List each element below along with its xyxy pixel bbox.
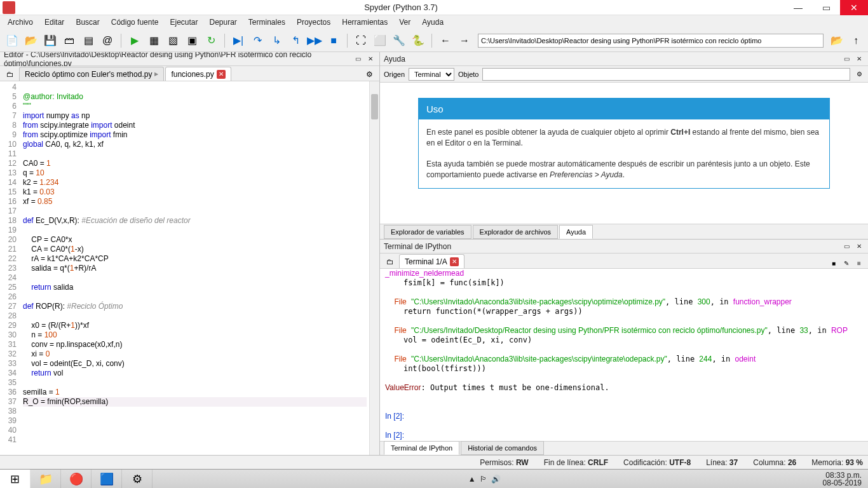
status-memory: Memoria: 93 % [811, 458, 863, 467]
terminal-undock-button[interactable]: ▭ [841, 241, 851, 252]
terminal-tab-close-icon[interactable]: ✕ [450, 257, 459, 266]
stop-debug-button[interactable]: ■ [325, 32, 342, 49]
terminal-stop-icon[interactable]: ■ [829, 258, 839, 268]
object-input[interactable] [482, 68, 850, 81]
window-titlebar: Spyder (Python 3.7) — ▭ ✕ [0, 0, 868, 15]
menu-archivo[interactable]: Archivo [3, 17, 38, 28]
menu-ver[interactable]: Ver [394, 17, 416, 28]
editor-panel-path: Editor - C:\Users\Invitado\Desktop\React… [4, 52, 353, 68]
taskbar-spyder-icon[interactable]: ⚙ [122, 470, 153, 489]
menu-editar[interactable]: Editar [39, 17, 69, 28]
menu-herramientas[interactable]: Herramientas [337, 17, 393, 28]
menu-depurar[interactable]: Depurar [205, 17, 242, 28]
open-file-button[interactable]: 📂 [23, 32, 39, 49]
status-column: Columna: 26 [753, 458, 796, 467]
menu-ayuda[interactable]: Ayuda [417, 17, 449, 28]
continue-button[interactable]: ▶▶ [306, 32, 323, 49]
tray-up-icon[interactable]: ▲ [468, 475, 476, 484]
taskbar-clock[interactable]: 08:33 p.m. 08-05-2019 [817, 471, 868, 487]
help-options-icon[interactable]: ⚙ [854, 69, 864, 79]
run-button[interactable]: ▶ [126, 32, 143, 49]
terminal-clear-icon[interactable]: ✎ [841, 258, 851, 268]
help-card-text-2: Esta ayuda también se puede mostrar auto… [426, 159, 822, 180]
editor-options-icon[interactable]: ⚙ [363, 68, 376, 81]
python-path-button[interactable]: 🐍 [410, 32, 426, 49]
terminal-tab-bar: 🗀 Terminal 1/A ✕ ■ ✎ ≡ [380, 254, 868, 269]
new-file-button[interactable]: 📄 [4, 32, 20, 49]
origin-select[interactable]: Terminal [409, 68, 454, 81]
save-all-button[interactable]: 🗃 [61, 32, 78, 49]
help-tab-ayuda[interactable]: Ayuda [559, 225, 593, 239]
toolbar: 📄 📂 💾 🗃 ▤ @ ▶ ▦ ▧ ▣ ↻ ▶| ↷ ↳ ↰ ▶▶ ■ ⛶ ⬜ … [0, 29, 868, 52]
taskbar-app-icon[interactable]: 🟦 [92, 470, 122, 489]
run-cell-advance-button[interactable]: ▧ [165, 32, 181, 49]
terminal-bottom-tab[interactable]: Terminal de IPython [384, 441, 459, 455]
terminal-close-button[interactable]: ✕ [854, 241, 864, 252]
rerun-button[interactable]: ↻ [203, 32, 219, 49]
menu-buscar[interactable]: Buscar [71, 17, 104, 28]
windows-taskbar: ⊞ 📁 🔴 🟦 ⚙ ▲ 🏳 🔊 08:33 p.m. 08-05-2019 [0, 469, 868, 488]
cell-button[interactable]: @ [99, 32, 116, 49]
working-directory-input[interactable] [478, 34, 824, 48]
browse-dir-button[interactable]: 📂 [829, 32, 845, 49]
help-tabs: Explorador de variablesExplorador de arc… [380, 224, 868, 239]
statusbar: Permisos: RW Fin de línea: CRLF Codifica… [0, 455, 868, 469]
close-button[interactable]: ✕ [840, 0, 868, 15]
code-editor[interactable]: 4567891011121314151617181920212223242526… [0, 81, 379, 455]
save-button[interactable]: 💾 [42, 32, 58, 49]
back-button[interactable]: ← [437, 32, 454, 49]
editor-tab[interactable]: funciones.py✕ [165, 67, 231, 81]
editor-undock-button[interactable]: ▭ [353, 54, 363, 64]
status-line: Línea: 37 [706, 458, 738, 467]
taskbar-explorer-icon[interactable]: 📁 [31, 470, 61, 489]
menu-terminales[interactable]: Terminales [243, 17, 290, 28]
step-over-button[interactable]: ↷ [249, 32, 266, 49]
app-icon [3, 1, 15, 14]
run-cell-button[interactable]: ▦ [146, 32, 162, 49]
editor-panel-title: Editor - C:\Users\Invitado\Desktop\React… [0, 52, 379, 66]
step-out-button[interactable]: ↰ [287, 32, 304, 49]
forward-button[interactable]: → [456, 32, 473, 49]
terminal-bottom-tab[interactable]: Historial de comandos [461, 441, 544, 455]
help-tab-explorador-de-archivos[interactable]: Explorador de archivos [473, 225, 559, 239]
parent-dir-button[interactable]: ↑ [848, 32, 864, 49]
tray-volume-icon[interactable]: 🔊 [491, 475, 501, 484]
terminal-tab[interactable]: Terminal 1/A ✕ [399, 254, 465, 268]
taskbar-chrome-icon[interactable]: 🔴 [61, 470, 92, 489]
editor-close-button[interactable]: ✕ [365, 54, 376, 64]
menu-ejecutar[interactable]: Ejecutar [165, 17, 203, 28]
origin-label: Origen [384, 71, 405, 78]
outline-button[interactable]: ▤ [80, 32, 97, 49]
help-close-button[interactable]: ✕ [854, 54, 864, 64]
menu-código-fuente[interactable]: Código fuente [106, 17, 164, 28]
file-browser-icon[interactable]: 🗀 [4, 68, 17, 81]
terminal-options-icon[interactable]: ≡ [854, 258, 864, 268]
terminal-output[interactable]: _minimize_neldermead fsim[k] = func(sim[… [380, 269, 868, 441]
maximize-panel-button[interactable]: ⛶ [353, 32, 369, 49]
help-panel-title: Ayuda ▭ ✕ [380, 52, 868, 66]
run-selection-button[interactable]: ▣ [184, 32, 200, 49]
help-undock-button[interactable]: ▭ [841, 54, 851, 64]
terminal-panel-title: Terminal de IPython ▭ ✕ [380, 240, 868, 254]
terminal-bottom-tabs: Terminal de IPythonHistorial de comandos [380, 441, 868, 455]
tray-flag-icon[interactable]: 🏳 [480, 475, 487, 484]
step-in-button[interactable]: ↳ [268, 32, 285, 49]
start-button[interactable]: ⊞ [0, 470, 31, 489]
window-title: Spyder (Python 3.7) [18, 3, 784, 12]
editor-tab[interactable]: Reciclo óptimo con Euler's method.py▶ [19, 67, 164, 81]
menu-proyectos[interactable]: Proyectos [292, 17, 336, 28]
tab-close-icon[interactable]: ✕ [217, 70, 226, 79]
editor-tab-bar: 🗀 Reciclo óptimo con Euler's method.py▶f… [0, 66, 379, 81]
help-card-text-1: En este panel es posible obtener la ayud… [426, 127, 822, 149]
help-card: Uso En este panel es posible obtener la … [418, 98, 830, 189]
menubar: ArchivoEditarBuscarCódigo fuenteEjecutar… [0, 15, 868, 29]
status-encoding: Codificación: UTF-8 [623, 458, 691, 467]
debug-button[interactable]: ▶| [230, 32, 247, 49]
preferences-button[interactable]: 🔧 [391, 32, 407, 49]
editor-scrollbar[interactable] [369, 81, 379, 455]
minimize-button[interactable]: — [784, 0, 812, 15]
maximize-button[interactable]: ▭ [812, 0, 840, 15]
fullscreen-button[interactable]: ⬜ [372, 32, 388, 49]
help-tab-explorador-de-variables[interactable]: Explorador de variables [384, 225, 471, 239]
terminal-browser-icon[interactable]: 🗀 [384, 255, 397, 268]
